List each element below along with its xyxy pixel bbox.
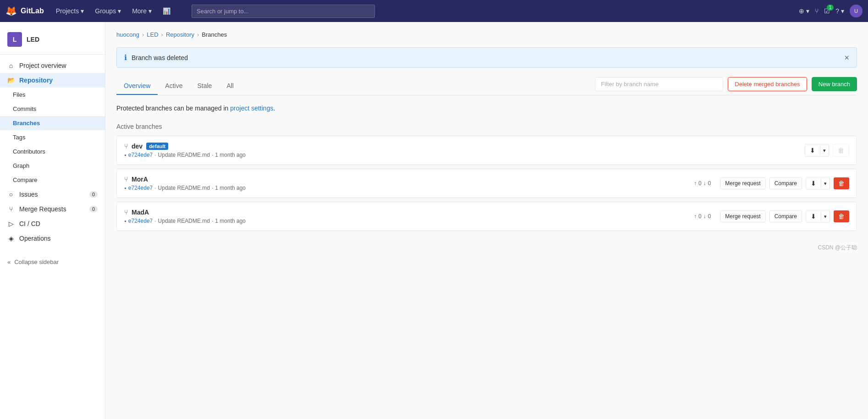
download-btn-group-1: ⬇ ▾ [806, 177, 830, 190]
commit-hash-link-1[interactable]: e724ede7 [128, 185, 153, 191]
sidebar-item-graph[interactable]: Graph [0, 159, 105, 173]
branch-name-row-1: ⑂ MorA [124, 176, 694, 183]
branch-actions-2: ↑ 0 ↓ 0 Merge request Compare ⬇ ▾ 🗑 [694, 210, 849, 223]
download-btn-group-0: ⬇ ▾ [805, 144, 829, 157]
tab-active[interactable]: Active [158, 77, 190, 95]
delete-merged-branches-button[interactable]: Delete merged branches [728, 77, 807, 91]
new-item-button[interactable]: ⊕ ▾ [799, 7, 809, 15]
chevron-down-icon: ▾ [806, 7, 809, 15]
sidebar-label-commits: Commits [13, 105, 36, 112]
alert-text: Branch was deleted [132, 54, 840, 61]
ahead-count: 0 [698, 180, 702, 187]
nav-more[interactable]: More ▾ [127, 5, 156, 17]
tab-stale[interactable]: Stale [190, 77, 219, 95]
breadcrumb-repository[interactable]: Repository [166, 31, 194, 38]
download-btn-group-2: ⬇ ▾ [806, 210, 830, 223]
issues-badge: 1 [827, 5, 834, 11]
branch-fork-icon-0: ⑂ [124, 143, 128, 150]
watermark: CSDN @公子聪 [116, 235, 857, 261]
home-icon: ⌂ [7, 62, 15, 69]
download-button-2[interactable]: ⬇ [806, 210, 821, 222]
tabs-container: Overview Active Stale All Delete merged … [116, 77, 857, 95]
tab-all[interactable]: All [219, 77, 241, 95]
sidebar-item-files[interactable]: Files [0, 88, 105, 102]
delete-button-2[interactable]: 🗑 [834, 210, 849, 222]
time-ago-2: 1 month ago [215, 218, 246, 224]
sidebar-item-repository[interactable]: 📂 Repository [0, 73, 105, 88]
merge-icon: ⑂ [815, 7, 819, 15]
sidebar-item-merge-requests[interactable]: ⑂ Merge Requests 0 [0, 202, 105, 216]
help-menu[interactable]: ? ▾ [835, 7, 844, 15]
branch-info-0: ⑂ dev default ● e724ede7 · Update README… [124, 143, 805, 158]
sidebar-item-contributors[interactable]: Contributors [0, 144, 105, 159]
merge-request-button-1[interactable]: Merge request [720, 177, 765, 189]
commit-hash-link-2[interactable]: e724ede7 [128, 218, 153, 224]
breadcrumb-huocong[interactable]: huocong [116, 31, 139, 38]
branch-meta-2: ● e724ede7 · Update README.md · 1 month … [124, 218, 694, 224]
branch-info-1: ⑂ MorA ● e724ede7 · Update README.md · 1… [124, 176, 694, 191]
merge-requests-nav-icon[interactable]: ⑂ [815, 7, 819, 15]
breadcrumb-sep-3: › [197, 31, 199, 38]
commit-hash-link-0[interactable]: e724ede7 [128, 152, 153, 158]
sidebar-item-issues[interactable]: ○ Issues 0 [0, 187, 105, 202]
branch-stats-2: ↑ 0 ↓ 0 [694, 213, 711, 220]
sidebar-item-branches[interactable]: Branches [0, 116, 105, 130]
sidebar-label-merge-requests: Merge Requests [19, 205, 66, 213]
branch-name-1: MorA [132, 176, 148, 183]
merge-request-button-2[interactable]: Merge request [720, 210, 765, 222]
project-name: LED [27, 36, 39, 43]
sidebar-collapse-label: Collapse sidebar [14, 259, 59, 265]
nav-groups[interactable]: Groups ▾ [90, 5, 126, 17]
nav-projects[interactable]: Projects ▾ [51, 5, 89, 17]
delete-button-1[interactable]: 🗑 [834, 177, 849, 189]
branch-filter-input[interactable] [595, 77, 723, 91]
arrow-down-icon: ↓ [703, 180, 706, 187]
sidebar-item-operations[interactable]: ◈ Operations [0, 231, 105, 246]
commit-message-1: Update README.md [158, 185, 210, 191]
download-dropdown-2[interactable]: ▾ [821, 211, 830, 222]
user-avatar[interactable]: U [850, 5, 863, 17]
sidebar-label-contributors: Contributors [13, 148, 45, 155]
alert-banner: ℹ Branch was deleted × [116, 47, 857, 68]
protected-branches-notice: Protected branches can be managed in pro… [116, 105, 857, 112]
chevron-down-icon: ▾ [118, 7, 121, 15]
breadcrumb-led[interactable]: LED [147, 31, 158, 38]
sidebar-item-ci-cd[interactable]: ▷ CI / CD [0, 216, 105, 231]
tab-overview[interactable]: Overview [116, 77, 158, 95]
alert-close-button[interactable]: × [844, 54, 849, 62]
breadcrumb-current: Branches [202, 31, 227, 38]
compare-button-1[interactable]: Compare [769, 177, 802, 189]
sidebar-collapse-button[interactable]: « Collapse sidebar [0, 255, 105, 269]
compare-button-2[interactable]: Compare [769, 210, 802, 222]
delete-button-0[interactable]: 🗑 [833, 144, 849, 157]
chevron-down-icon: ▾ [841, 7, 844, 15]
new-branch-button[interactable]: New branch [812, 77, 857, 91]
project-settings-link[interactable]: project settings [230, 105, 273, 112]
help-icon: ? [835, 7, 839, 15]
sidebar-item-compare[interactable]: Compare [0, 173, 105, 187]
search-input[interactable] [192, 5, 375, 18]
commit-dot-icon-1: ● [124, 186, 126, 190]
meta-sep-1-2: · [154, 218, 156, 224]
download-button-0[interactable]: ⬇ [805, 144, 820, 156]
sidebar-repository-subnav: Files Commits Branches Tags Contributors… [0, 88, 105, 187]
meta-sep-2-2: · [212, 218, 213, 224]
download-dropdown-1[interactable]: ▾ [821, 178, 830, 189]
commit-message-2: Update README.md [158, 218, 210, 224]
nav-activity[interactable]: 📊 [158, 5, 175, 17]
branch-stats-1: ↑ 0 ↓ 0 [694, 180, 711, 187]
behind-count: 0 [708, 213, 711, 220]
main-content: huocong › LED › Repository › Branches ℹ … [105, 22, 868, 419]
issues-nav-icon[interactable]: ☑ 1 [824, 7, 830, 15]
plus-icon: ⊕ [799, 7, 804, 15]
chevron-down-icon: ▾ [148, 7, 152, 15]
sidebar-item-project-overview[interactable]: ⌂ Project overview [0, 58, 105, 73]
issues-sidebar-icon: ○ [7, 191, 15, 198]
sidebar-item-commits[interactable]: Commits [0, 102, 105, 116]
branch-actions-1: ↑ 0 ↓ 0 Merge request Compare ⬇ ▾ 🗑 [694, 177, 849, 190]
download-dropdown-0[interactable]: ▾ [820, 145, 829, 156]
brand-logo[interactable]: 🦊 GitLab [5, 6, 44, 17]
download-button-1[interactable]: ⬇ [806, 177, 821, 189]
sidebar-item-tags[interactable]: Tags [0, 130, 105, 144]
branch-meta-1: ● e724ede7 · Update README.md · 1 month … [124, 185, 694, 191]
